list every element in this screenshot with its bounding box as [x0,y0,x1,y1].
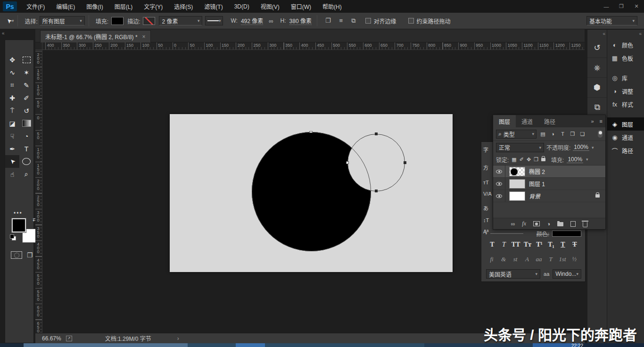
visibility-cell[interactable] [493,165,505,177]
chevron-down-icon[interactable]: ▾ [586,157,588,162]
opacity-value[interactable]: 100% [573,144,589,151]
panel-dock-item[interactable]: fx 样式 [607,98,644,111]
tool-button[interactable]: ✎ [19,79,33,91]
width-value[interactable]: 492 像素 [241,17,263,25]
lock-move-icon[interactable]: ✥ [527,157,531,163]
menu-item[interactable]: 编辑(E) [50,0,81,13]
layer-row-ellipse-2[interactable]: 椭圆 2 [493,165,605,178]
anchor-point-top[interactable] [375,132,378,135]
opentype-button[interactable]: fi [487,254,496,264]
layer-name[interactable]: 图层 1 [529,180,545,188]
baseline-shift-field[interactable] [490,233,523,234]
type-style-button[interactable]: TT [511,239,521,250]
menu-item[interactable]: 图像(I) [81,0,108,13]
blend-mode-dropdown[interactable]: 正常 ▾ [496,143,544,152]
filter-toggle[interactable] [598,130,603,138]
anchor-point-left-selected[interactable] [346,161,349,164]
menu-item[interactable]: 窗口(W) [285,0,317,13]
zoom-level-field[interactable]: 66.67% [42,335,61,342]
lock-all-icon[interactable] [541,158,545,161]
tool-button[interactable]: ✒ [5,142,19,155]
opentype-button[interactable]: A [522,254,532,264]
opentype-button[interactable]: T [546,254,555,264]
tab-channels[interactable]: 通道 [516,115,538,127]
collapse-panel-icon[interactable]: « [2,31,4,36]
type-style-button[interactable]: T [570,239,580,250]
lock-paint-icon[interactable]: ✐ [520,157,524,163]
tool-button[interactable]: ☟ [5,130,19,142]
tool-button[interactable]: T [19,142,33,155]
tool-button[interactable]: ⍑ [5,104,19,117]
panel-dock-item[interactable]: ◐ 颜色 [607,38,644,51]
tool-button[interactable]: ✶ [19,66,33,79]
layer-name[interactable]: 背景 [529,192,540,200]
minimize-button[interactable]: — [599,0,614,13]
select-scope-dropdown[interactable]: 所有图层 ▾ [40,16,85,25]
menu-item[interactable]: 选择(S) [168,0,198,13]
tab-paths[interactable]: 路径 [538,115,561,127]
stroke-style-dropdown[interactable]: ▾ [205,16,223,25]
layer-name[interactable]: 椭圆 2 [529,167,545,175]
tool-button[interactable]: ↺ [19,104,33,117]
visibility-cell[interactable] [493,190,505,202]
close-button[interactable]: ✕ [629,0,644,13]
path-ops-icon[interactable]: ⧉ [351,17,355,25]
height-value[interactable]: 380 像素 [289,17,312,25]
status-expand-icon[interactable]: › [177,335,179,342]
quick-mask-button[interactable] [11,251,22,259]
chevron-down-icon[interactable]: ▾ [592,145,594,150]
type-filter-icon[interactable]: T [559,131,566,137]
vertical-ruler[interactable]: 2001501005005010015020025030035040045050… [35,50,42,333]
tool-preset-picker[interactable]: ➤ ▾ [7,17,14,25]
lock-transparency-icon[interactable]: ▦ [512,157,516,163]
collapse-dock-icon[interactable]: « [639,31,641,36]
opentype-button[interactable]: st [511,254,520,264]
layer-row-background[interactable]: 背景 [493,190,605,202]
type-style-button[interactable]: T¹ [534,239,545,250]
anchor-point-large-ellipse-top[interactable] [309,131,313,133]
tool-button[interactable]: ☝ [5,168,19,181]
tool-button[interactable] [19,53,33,66]
tool-button[interactable]: ⌕ [19,168,33,181]
link-dimensions-icon[interactable]: ∞ [269,17,273,25]
character-tab-clipped[interactable]: 字 [483,146,488,153]
menu-item[interactable]: 3D(D) [229,0,255,13]
menu-item[interactable]: 文件(F) [21,0,50,13]
opentype-button[interactable]: & [499,254,508,264]
tool-button[interactable]: ◔ [19,130,33,142]
text-color-swatch[interactable] [552,231,581,237]
document-tab[interactable]: 未标题-1 @ 66.7% (椭圆 2, RGB/8) * × [40,30,151,42]
opentype-button[interactable]: ½ [570,254,579,264]
fill-value[interactable]: 100% [567,156,583,163]
visibility-cell[interactable] [493,178,505,190]
adjustment-filter-icon[interactable]: ◑ [549,131,556,137]
horizontal-ruler[interactable]: 4003503002502001501005005010015020025030… [42,42,585,50]
type-style-button[interactable]: Tᴛ [522,239,533,250]
close-tab-icon[interactable]: × [142,33,146,40]
new-adjustment-layer-icon[interactable]: ◑ [547,221,550,227]
add-mask-icon[interactable] [533,221,540,226]
menu-item[interactable]: 滤镜(T) [198,0,228,13]
collapsed-panel-button[interactable]: ⎈ [587,58,607,78]
lock-artboard-icon[interactable]: ❒ [534,157,538,163]
fill-color-swatch[interactable] [111,17,124,25]
menu-item[interactable]: 图层(L) [109,0,139,13]
constrain-path-checkbox[interactable] [408,18,414,24]
ruler-origin-corner[interactable] [35,42,42,50]
share-icon[interactable]: ↗ [66,336,72,341]
panel-dock-item[interactable]: ◈ 图层 [607,117,644,131]
tool-button[interactable]: ✐ [19,91,33,104]
type-style-button[interactable]: T [499,239,509,250]
foreground-color-swatch[interactable] [12,218,26,232]
opentype-button[interactable]: aa [534,254,544,264]
menu-item[interactable]: 帮助(H) [317,0,347,13]
filter-type-dropdown[interactable]: ⌕ 类型 ▾ [496,130,537,139]
tool-button[interactable] [5,155,19,168]
panel-dock-item[interactable]: ▦ 色板 [607,51,644,65]
tool-button[interactable]: ∿ [5,66,19,79]
type-style-button[interactable]: T [558,239,568,250]
layer-thumbnail[interactable] [509,179,525,189]
anchor-point-bottom[interactable] [375,190,378,192]
menu-item[interactable]: 文字(Y) [138,0,168,13]
tool-button[interactable]: ◪ [5,117,19,130]
